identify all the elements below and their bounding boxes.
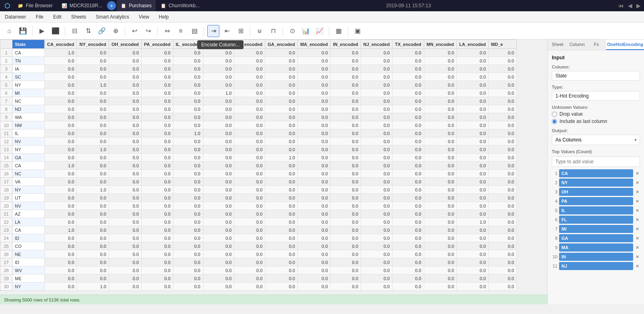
- state-cell[interactable]: LA: [12, 218, 45, 226]
- state-cell[interactable]: NY: [12, 186, 45, 194]
- redo-button[interactable]: ↪: [142, 25, 154, 37]
- state-cell[interactable]: IA: [12, 65, 45, 73]
- col-header-mn[interactable]: MN_encoded: [424, 40, 456, 49]
- col-header-nj[interactable]: NJ_encoded: [361, 40, 392, 49]
- state-cell[interactable]: NV: [12, 202, 45, 210]
- chart2-button[interactable]: 📈: [314, 25, 326, 37]
- radio-drop-value[interactable]: Drop value: [552, 111, 640, 117]
- encode-col-btn3[interactable]: ⊞: [235, 25, 247, 37]
- new-tab-button[interactable]: +: [107, 1, 116, 10]
- state-cell[interactable]: MI: [12, 89, 45, 97]
- stop-button[interactable]: ⬛: [50, 25, 62, 37]
- menu-sheets[interactable]: Sheets: [70, 13, 88, 21]
- top-value-remove[interactable]: ✕: [635, 189, 640, 195]
- pivot-button[interactable]: ⊙: [286, 25, 298, 37]
- tab-churn[interactable]: 📋 ChurnWorkb...: [157, 0, 204, 11]
- undo-button[interactable]: ↩: [128, 25, 140, 37]
- state-cell[interactable]: UT: [12, 194, 45, 202]
- state-cell[interactable]: VA: [12, 178, 45, 186]
- home-button[interactable]: ⌂: [3, 25, 15, 37]
- sort-button[interactable]: ⇅: [82, 25, 94, 37]
- col-header-ca[interactable]: CA_encoded: [45, 40, 77, 49]
- state-cell[interactable]: NY: [12, 146, 45, 154]
- chart-button[interactable]: 📊: [300, 25, 312, 37]
- radio-include-last[interactable]: Include as last column: [552, 119, 640, 124]
- output-dropdown[interactable]: As Columns As Rows: [552, 135, 640, 145]
- col-header-pa[interactable]: PA_encoded: [141, 40, 173, 49]
- menu-datameer[interactable]: Datameer: [3, 13, 28, 21]
- encode-col-btn[interactable]: ⇥: [207, 25, 219, 37]
- col-btn[interactable]: ▤: [188, 25, 200, 37]
- state-cell[interactable]: NY: [12, 81, 45, 89]
- state-cell[interactable]: NV: [12, 137, 45, 146]
- top-value-remove[interactable]: ✕: [635, 236, 640, 241]
- state-cell[interactable]: TN: [12, 57, 45, 65]
- format-button[interactable]: ≡: [175, 25, 187, 37]
- link-button[interactable]: 🔗: [96, 25, 108, 37]
- col-header-ga[interactable]: GA_encoded: [265, 40, 298, 49]
- state-cell[interactable]: CA: [12, 226, 45, 234]
- col-header-state[interactable]: State: [12, 40, 45, 49]
- state-cell[interactable]: CA: [12, 49, 45, 57]
- panel-tab-column[interactable]: Column: [567, 40, 586, 50]
- table-button[interactable]: ▦: [332, 25, 345, 37]
- top-value-remove[interactable]: ✕: [635, 245, 640, 250]
- state-cell[interactable]: ID: [12, 258, 45, 266]
- menu-file[interactable]: File: [34, 13, 45, 21]
- encode-col-btn2[interactable]: ⇤: [221, 25, 233, 37]
- top-value-remove[interactable]: ✕: [635, 171, 640, 176]
- top-value-remove[interactable]: ✕: [635, 254, 640, 260]
- panel-tab-onehotencoding[interactable]: OneHotEncoding: [606, 40, 644, 50]
- state-cell[interactable]: GA: [12, 154, 45, 162]
- join-button[interactable]: ⊕: [109, 25, 122, 37]
- state-cell[interactable]: NY: [12, 283, 45, 291]
- tab-file-browser[interactable]: 📁 File Browser: [14, 0, 57, 11]
- top-value-remove[interactable]: ✕: [635, 199, 640, 204]
- grid-wrapper[interactable]: State CA_encoded NY_encoded OH_encoded P…: [0, 40, 547, 295]
- nav-prev[interactable]: ◀: [626, 2, 634, 10]
- state-cell[interactable]: NC: [12, 97, 45, 105]
- state-cell[interactable]: ID: [12, 234, 45, 242]
- menu-edit[interactable]: Edit: [52, 13, 63, 21]
- nav-next[interactable]: ▶: [635, 2, 642, 10]
- panel-toggle[interactable]: ▣: [351, 25, 363, 37]
- top-values-input[interactable]: [552, 156, 640, 167]
- menu-view[interactable]: View: [137, 13, 151, 21]
- col-header-ny[interactable]: NY_encoded: [77, 40, 109, 49]
- radio-include-input[interactable]: [552, 119, 557, 124]
- split-button[interactable]: ⊓: [267, 25, 279, 37]
- panel-tab-fx[interactable]: Fx: [587, 40, 606, 50]
- nav-prev-prev[interactable]: ⏮: [617, 2, 625, 10]
- state-cell[interactable]: ME: [12, 274, 45, 283]
- top-value-remove[interactable]: ✕: [635, 180, 640, 185]
- radio-drop-input[interactable]: [552, 112, 557, 117]
- state-cell[interactable]: AZ: [12, 210, 45, 218]
- merge-button[interactable]: ⊎: [254, 25, 266, 37]
- state-cell[interactable]: SC: [12, 73, 45, 81]
- run-button[interactable]: ▶: [36, 25, 48, 37]
- state-cell[interactable]: NC: [12, 170, 45, 178]
- state-cell[interactable]: IL: [12, 129, 45, 137]
- tab-mdcr[interactable]: 📊 MDCR2018R...: [58, 0, 106, 11]
- col-header-tx[interactable]: TX_encoded: [392, 40, 424, 49]
- state-cell[interactable]: CO: [12, 242, 45, 250]
- state-cell[interactable]: CA: [12, 162, 45, 170]
- col-header-la[interactable]: LA_encoded: [457, 40, 489, 49]
- menu-smart-analytics[interactable]: Smart Analytics: [94, 13, 131, 21]
- col-header-oh[interactable]: OH_encoded: [109, 40, 141, 49]
- save-button[interactable]: 💾: [17, 25, 29, 37]
- panel-tab-sheet[interactable]: Sheet: [548, 40, 567, 50]
- state-cell[interactable]: WA: [12, 113, 45, 121]
- top-value-remove[interactable]: ✕: [635, 208, 640, 213]
- transform-button[interactable]: ⇔: [161, 25, 173, 37]
- top-value-remove[interactable]: ✕: [635, 227, 640, 232]
- menu-help[interactable]: Help: [157, 13, 171, 21]
- col-header-in[interactable]: IN_encoded: [330, 40, 361, 49]
- state-cell[interactable]: WV: [12, 266, 45, 274]
- top-value-remove[interactable]: ✕: [635, 264, 640, 269]
- state-cell[interactable]: NE: [12, 250, 45, 258]
- state-cell[interactable]: NM: [12, 121, 45, 129]
- filter-button[interactable]: ⊟: [68, 25, 80, 37]
- col-header-ma[interactable]: MA_encoded: [297, 40, 330, 49]
- state-cell[interactable]: ND: [12, 105, 45, 113]
